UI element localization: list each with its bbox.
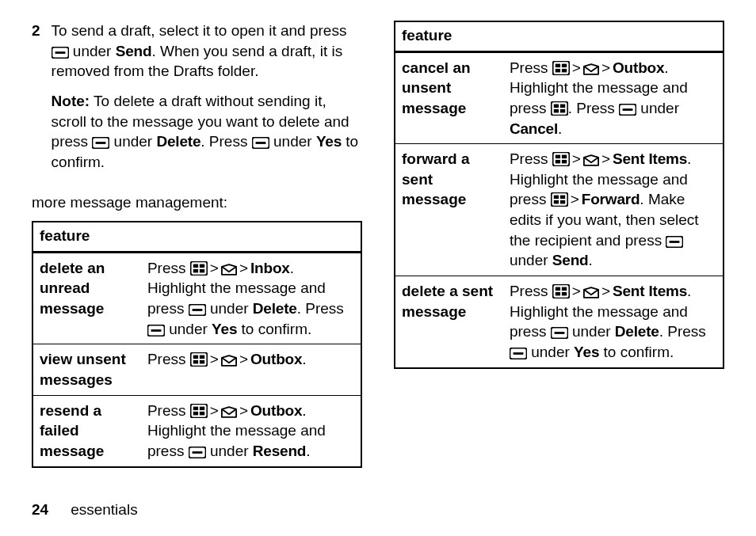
- step-number: 2: [32, 21, 40, 181]
- table-row: forward a sent message Press >>Sent Item…: [395, 144, 724, 276]
- step-2: 2 To send a draft, select it to open it …: [32, 21, 362, 181]
- feature-name: resend a failed message: [32, 395, 141, 466]
- softkey-icon: [619, 104, 636, 116]
- feature-name: delete an unread message: [32, 252, 141, 344]
- feature-desc: Press >>Outbox.: [141, 344, 361, 395]
- section-name: essentials: [71, 501, 138, 518]
- page-footer: 24essentials: [32, 500, 138, 520]
- softkey-icon: [92, 137, 109, 149]
- menu-icon: [190, 404, 208, 418]
- table-header: feature: [395, 21, 724, 51]
- feature-name: cancel an unsent message: [395, 51, 503, 144]
- feature-desc: Press >>Outbox. Highlight the message an…: [141, 395, 361, 466]
- menu-icon: [552, 152, 570, 166]
- softkey-icon: [52, 47, 69, 59]
- softkey-icon: [189, 447, 206, 458]
- table-row: view unsent messages Press >>Outbox.: [32, 344, 361, 395]
- feature-desc: Press >>Sent Items. Highlight the messag…: [503, 276, 724, 368]
- table-row: cancel an unsent message Press >>Outbox.…: [395, 51, 724, 144]
- softkey-icon: [510, 348, 527, 359]
- feature-desc: Press >>Inbox. Highlight the message and…: [141, 252, 361, 344]
- feature-name: view unsent messages: [32, 344, 141, 395]
- softkey-icon: [666, 236, 683, 248]
- softkey-icon: [147, 325, 165, 336]
- feature-name: delete a sent message: [395, 276, 503, 368]
- feature-name: forward a sent message: [395, 144, 503, 276]
- menu-icon: [551, 101, 568, 116]
- envelope-icon: [221, 264, 237, 276]
- menu-icon: [190, 352, 208, 367]
- envelope-icon: [583, 63, 599, 75]
- envelope-icon: [221, 355, 237, 367]
- table-row: resend a failed message Press >>Outbox. …: [32, 395, 361, 466]
- step-paragraph-1: To send a draft, select it to open it an…: [52, 21, 362, 82]
- envelope-icon: [583, 287, 599, 298]
- step-paragraph-2: Note: To delete a draft without sending …: [52, 91, 362, 173]
- feature-desc: Press >>Outbox. Highlight the message an…: [503, 51, 724, 144]
- softkey-icon: [551, 327, 568, 339]
- table-row: delete an unread message Press >>Inbox. …: [32, 252, 361, 344]
- menu-icon: [551, 192, 568, 207]
- menu-icon: [552, 61, 570, 75]
- step-body: To send a draft, select it to open it an…: [52, 21, 362, 181]
- feature-table-left: feature delete an unread message Press >…: [32, 221, 362, 467]
- softkey-icon: [252, 137, 269, 149]
- feature-table-right: feature cancel an unsent message Press >…: [394, 21, 724, 369]
- menu-icon: [190, 261, 208, 276]
- table-row: delete a sent message Press >>Sent Items…: [395, 276, 724, 368]
- feature-desc: Press >>Sent Items. Highlight the messag…: [503, 144, 724, 276]
- table-header: feature: [32, 222, 361, 252]
- envelope-icon: [583, 154, 599, 166]
- menu-icon: [552, 284, 570, 298]
- section-title: more message management:: [32, 192, 362, 213]
- envelope-icon: [221, 406, 237, 418]
- page-number: 24: [32, 501, 48, 518]
- softkey-icon: [189, 304, 206, 316]
